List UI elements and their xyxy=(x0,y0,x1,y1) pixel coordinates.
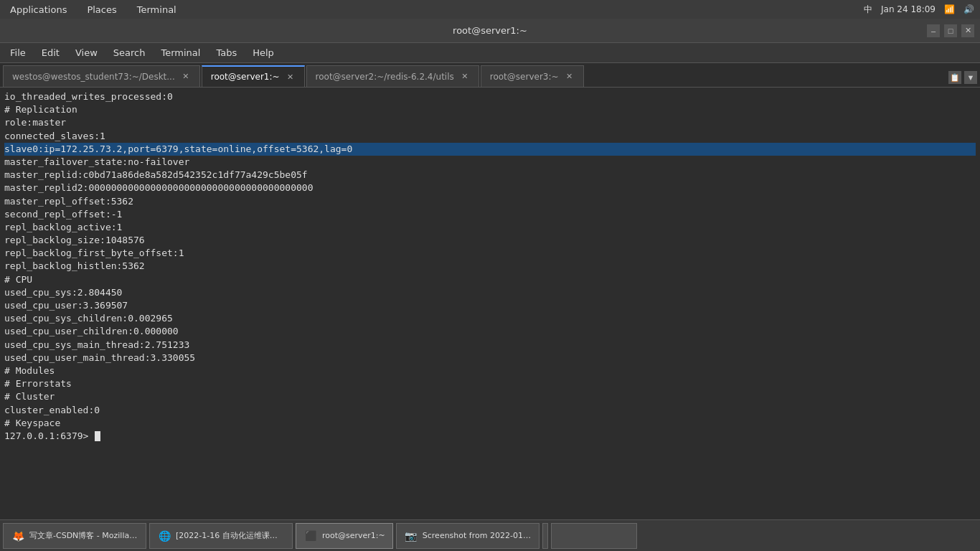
menu-view[interactable]: View xyxy=(68,44,105,61)
applications-menu[interactable]: Applications xyxy=(6,3,71,17)
terminal-line: # Cluster xyxy=(4,390,976,403)
chrome-icon: 🌐 xyxy=(157,529,171,543)
taskbar-spacer2 xyxy=(551,523,637,549)
maximize-button[interactable]: □ xyxy=(944,24,957,37)
taskbar-chrome[interactable]: 🌐 [2022-1-16 自动化运维课程之redis... xyxy=(149,523,293,549)
taskbar-screenshot-label: Screenshot from 2022-01-24 14-2... xyxy=(423,531,532,540)
terminal-line: repl_backlog_active:1 xyxy=(4,221,976,234)
terminal-line: connected_slaves:1 xyxy=(4,130,976,143)
tab-label: root@server1:~ xyxy=(211,72,280,82)
window-controls: – □ ✕ xyxy=(927,24,974,37)
terminal-line: master_repl_offset:5362 xyxy=(4,195,976,208)
terminal-line: # CPU xyxy=(4,273,976,286)
tab-close-server3[interactable]: ✕ xyxy=(565,72,575,82)
minimize-button[interactable]: – xyxy=(927,24,940,37)
taskbar-chrome-label: [2022-1-16 自动化运维课程之redis... xyxy=(176,530,285,541)
menu-search[interactable]: Search xyxy=(106,44,153,61)
terminal-line: slave0:ip=172.25.73.2,port=6379,state=on… xyxy=(4,143,976,156)
terminal-line: role:master xyxy=(4,116,976,129)
input-method-icon[interactable]: 中 xyxy=(864,4,872,16)
tab-westos[interactable]: westos@westos_student73:~/Deskt... ✕ xyxy=(3,65,200,87)
tab-close-server2[interactable]: ✕ xyxy=(460,72,470,82)
volume-icon[interactable]: 🔊 xyxy=(963,4,974,14)
terminal-line: # Errorstats xyxy=(4,377,976,390)
terminal-menu[interactable]: Terminal xyxy=(133,3,181,17)
terminal-line: repl_backlog_first_byte_offset:1 xyxy=(4,247,976,260)
menu-bar: File Edit View Search Terminal Tabs Help xyxy=(0,43,980,63)
terminal-line: used_cpu_user:3.369507 xyxy=(4,299,976,312)
tab-server3[interactable]: root@server3:~ ✕ xyxy=(481,65,584,87)
tab-label: root@server2:~/redis-6.2.4/utils xyxy=(316,72,454,82)
terminal-line: repl_backlog_histlen:5362 xyxy=(4,260,976,273)
tabs-dropdown-button[interactable]: ▼ xyxy=(964,71,977,84)
terminal-line: master_failover_state:no-failover xyxy=(4,156,976,169)
tab-server2[interactable]: root@server2:~/redis-6.2.4/utils ✕ xyxy=(306,65,479,87)
menu-tabs[interactable]: Tabs xyxy=(209,44,244,61)
window-title: root@server1:~ xyxy=(453,25,527,36)
menu-edit[interactable]: Edit xyxy=(34,44,67,61)
tab-label: root@server3:~ xyxy=(490,72,559,82)
system-bar-left: Applications Places Terminal xyxy=(6,3,181,17)
tabs-bar: westos@westos_student73:~/Deskt... ✕ roo… xyxy=(0,63,980,88)
taskbar: 🦊 写文章-CSDN博客 - Mozilla Firefox 🌐 [2022-1… xyxy=(0,519,980,551)
cursor xyxy=(95,431,100,441)
terminal-line: # Replication xyxy=(4,103,976,116)
taskbar-firefox[interactable]: 🦊 写文章-CSDN博客 - Mozilla Firefox xyxy=(3,523,146,549)
terminal-line: used_cpu_sys_children:0.002965 xyxy=(4,312,976,325)
terminal-line: used_cpu_sys:2.804450 xyxy=(4,286,976,299)
tab-close-server1[interactable]: ✕ xyxy=(286,72,296,82)
terminal-line: master_replid2:0000000000000000000000000… xyxy=(4,182,976,194)
menu-terminal[interactable]: Terminal xyxy=(154,44,207,61)
taskbar-terminal[interactable]: ⬛ root@server1:~ xyxy=(296,523,393,549)
terminal-line: used_cpu_user_main_thread:3.330055 xyxy=(4,352,976,364)
terminal-prompt-line: 127.0.0.1:6379> xyxy=(4,430,976,443)
terminal-line: second_repl_offset:-1 xyxy=(4,208,976,221)
terminal-line: used_cpu_user_children:0.000000 xyxy=(4,325,976,338)
terminal-line: # Modules xyxy=(4,364,976,377)
terminal-icon: ⬛ xyxy=(303,529,318,543)
taskbar-spacer1 xyxy=(542,523,548,549)
tab-label: westos@westos_student73:~/Deskt... xyxy=(12,72,175,82)
system-bar-right: 中 Jan 24 18:09 📶 🔊 xyxy=(864,4,974,16)
close-button[interactable]: ✕ xyxy=(961,24,974,37)
title-bar: root@server1:~ – □ ✕ xyxy=(0,19,980,43)
firefox-icon: 🦊 xyxy=(11,529,25,543)
tab-server1[interactable]: root@server1:~ ✕ xyxy=(202,65,305,87)
terminal-line: repl_backlog_size:1048576 xyxy=(4,234,976,247)
system-bar: Applications Places Terminal 中 Jan 24 18… xyxy=(0,0,980,19)
terminal-line: cluster_enabled:0 xyxy=(4,404,976,417)
new-tab-button[interactable]: 📋 xyxy=(948,71,961,84)
terminal-line: # Keyspace xyxy=(4,417,976,430)
terminal-window: root@server1:~ – □ ✕ File Edit View Sear… xyxy=(0,19,980,519)
terminal-line: io_threaded_writes_processed:0 xyxy=(4,90,976,103)
network-icon: 📶 xyxy=(944,4,955,14)
menu-help[interactable]: Help xyxy=(245,44,281,61)
datetime-label: Jan 24 18:09 xyxy=(881,4,936,14)
terminal-content[interactable]: io_threaded_writes_processed:0# Replicat… xyxy=(0,88,980,519)
terminal-line: master_replid:c0bd71a86de8a582d542352c1d… xyxy=(4,169,976,182)
tab-close-westos[interactable]: ✕ xyxy=(181,72,191,82)
places-menu[interactable]: Places xyxy=(83,3,121,17)
taskbar-terminal-label: root@server1:~ xyxy=(322,531,385,540)
screenshot-icon: 📷 xyxy=(404,529,418,543)
menu-file[interactable]: File xyxy=(3,44,33,61)
taskbar-firefox-label: 写文章-CSDN博客 - Mozilla Firefox xyxy=(29,530,138,541)
terminal-line: used_cpu_sys_main_thread:2.751233 xyxy=(4,339,976,352)
taskbar-screenshot[interactable]: 📷 Screenshot from 2022-01-24 14-2... xyxy=(396,523,540,549)
tabs-controls: 📋 ▼ xyxy=(948,71,977,87)
